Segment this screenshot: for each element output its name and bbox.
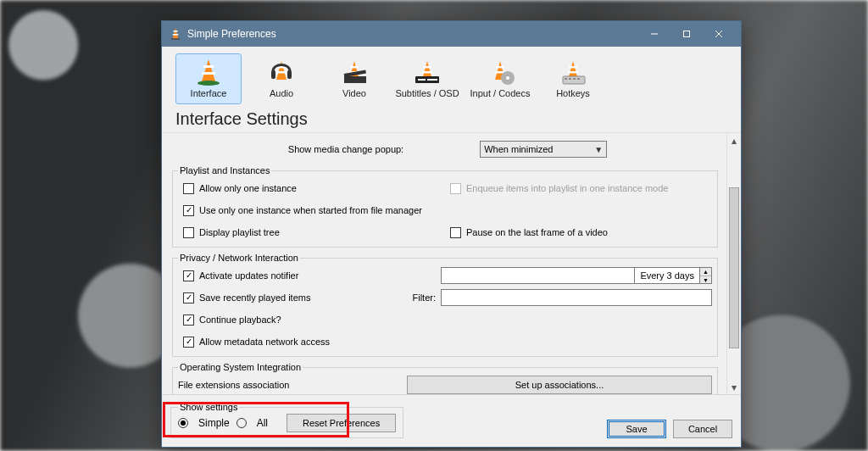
page-heading: Interface Settings [162,106,741,133]
pause-last-frame-checkbox[interactable] [450,227,461,238]
svg-rect-20 [344,76,366,83]
category-audio[interactable]: Audio [248,53,314,104]
os-integration-group: Operating System Integration File extens… [172,362,718,394]
category-label: Video [342,88,366,98]
headphones-cone-icon [264,58,298,86]
show-settings-group: Show settings Simple All Reset Preferenc… [170,402,403,438]
one-instance-fm-checkbox[interactable] [183,205,194,216]
svg-rect-36 [563,76,585,84]
svg-rect-14 [276,71,287,73]
chevron-down-icon: ▼ [594,145,603,154]
svg-rect-16 [287,70,292,79]
svg-rect-27 [427,79,437,81]
file-assoc-label: File extensions association [178,380,407,390]
scroll-up-icon[interactable]: ▴ [727,133,741,148]
cone-icon [192,58,225,86]
category-label: Hotkeys [556,88,590,98]
svg-marker-0 [173,28,178,38]
svg-rect-34 [569,66,577,68]
category-toolbar: Interface Audio Video Subtitles / OSD [162,47,741,106]
svg-rect-29 [496,66,504,68]
show-all-radio[interactable] [236,418,247,428]
category-label: Interface [191,88,227,98]
category-subtitles[interactable]: Subtitles / OSD [394,53,460,104]
media-popup-select[interactable]: When minimized ▼ [480,141,607,158]
svg-rect-9 [203,65,214,68]
category-label: Input / Codecs [470,88,531,98]
svg-marker-8 [202,59,215,81]
cancel-button[interactable]: Cancel [673,420,732,438]
media-popup-label: Show media change popup: [288,144,403,154]
allow-metadata-checkbox[interactable] [183,337,194,348]
filter-input[interactable] [441,289,712,306]
checkbox-label: Allow metadata network access [199,337,330,347]
settings-scrollpane: Show media change popup: When minimized … [162,133,726,394]
checkbox-label: Pause on the last frame of a video [466,227,608,237]
svg-rect-18 [350,66,359,68]
save-button[interactable]: Save [607,420,666,438]
continue-playback-checkbox[interactable] [183,315,194,326]
checkbox-label: Use only one instance when started from … [199,205,422,215]
category-video[interactable]: Video [321,53,387,104]
vertical-scrollbar[interactable]: ▴ ▾ [726,133,741,394]
category-input-codecs[interactable]: Input / Codecs [467,53,533,104]
checkbox-label: Enqueue items into playlist in one insta… [466,183,668,193]
updates-interval-spinner[interactable]: Every 3 days ▲▼ [635,267,712,284]
titlebar: Simple Preferences [162,21,741,47]
maximize-button[interactable] [673,21,705,47]
filter-label: Filter: [398,292,441,303]
svg-rect-35 [568,71,578,73]
svg-rect-40 [577,78,580,80]
window-title: Simple Preferences [187,28,276,40]
svg-rect-10 [202,72,215,75]
save-recent-checkbox[interactable] [183,292,194,303]
radio-label: Simple [198,417,230,429]
category-interface[interactable]: Interface [175,53,242,104]
display-playlist-tree-checkbox[interactable] [183,227,194,238]
group-legend: Show settings [178,402,239,412]
show-simple-radio[interactable] [178,418,188,428]
enqueue-one-instance-checkbox [450,183,461,194]
close-button[interactable] [705,21,737,47]
select-value: When minimized [484,144,553,154]
svg-rect-5 [684,31,690,37]
checkbox-label: Allow only one instance [199,183,297,193]
category-hotkeys[interactable]: Hotkeys [540,53,606,104]
checkbox-label: Activate updates notifier [199,270,298,281]
svg-rect-37 [565,78,567,80]
disc-cone-icon [483,58,517,86]
svg-rect-2 [173,34,178,36]
updates-interval-field[interactable] [441,267,635,284]
svg-rect-26 [418,79,426,81]
spin-down-icon[interactable]: ▼ [700,276,711,284]
svg-rect-15 [271,70,275,79]
spin-value: Every 3 days [635,268,699,283]
vlc-cone-icon [169,27,182,41]
radio-label: All [257,417,268,429]
keyboard-cone-icon [556,58,590,86]
scroll-down-icon[interactable]: ▾ [727,380,741,394]
scrollbar-thumb[interactable] [729,187,739,348]
reset-preferences-button[interactable]: Reset Preferences [287,414,396,432]
svg-point-11 [198,81,220,86]
svg-rect-1 [174,31,178,32]
allow-one-instance-checkbox[interactable] [183,183,194,194]
activate-updates-checkbox[interactable] [183,270,194,281]
group-legend: Privacy / Network Interaction [178,253,300,263]
dialog-footer: Show settings Simple All Reset Preferenc… [162,394,741,447]
group-legend: Playlist and Instances [178,165,271,175]
checkbox-label: Save recently played items [199,292,310,303]
svg-rect-24 [422,71,432,73]
svg-point-32 [506,76,509,80]
checkbox-label: Display playlist tree [199,227,280,237]
playlist-group: Playlist and Instances Allow only one in… [172,165,718,248]
minimize-button[interactable] [641,21,673,47]
group-legend: Operating System Integration [178,362,303,372]
svg-rect-38 [569,78,571,80]
svg-rect-23 [423,66,431,68]
clapper-cone-icon [337,58,371,86]
subtitle-cone-icon [410,58,444,86]
spin-up-icon[interactable]: ▲ [700,268,711,276]
setup-associations-button[interactable]: Set up associations... [407,376,712,394]
preferences-window: Simple Preferences Interface Audio [161,20,742,448]
